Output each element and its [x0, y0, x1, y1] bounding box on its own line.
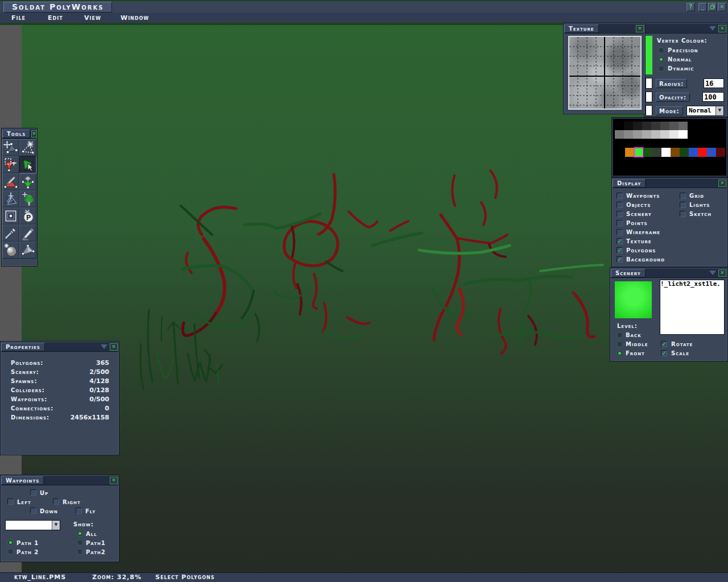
- grid-checkbox[interactable]: ✓: [680, 193, 686, 199]
- color-swatch[interactable]: [671, 148, 680, 157]
- move-tool[interactable]: [2, 139, 19, 156]
- precision-radio[interactable]: [658, 47, 664, 53]
- texture-tool[interactable]: [19, 242, 36, 259]
- vertex-color-tool[interactable]: [19, 173, 36, 190]
- dropdown-arrow-icon[interactable]: ▼: [52, 521, 60, 530]
- gray-swatch[interactable]: [669, 122, 679, 130]
- menu-window[interactable]: Window: [121, 14, 157, 22]
- scenery-list-item[interactable]: !_licht2_xst1le.: [660, 280, 724, 288]
- close-button[interactable]: ✕: [718, 3, 726, 11]
- gray-swatch[interactable]: [624, 130, 633, 139]
- texture-close-button[interactable]: ✕: [636, 25, 644, 32]
- light-tool[interactable]: [2, 242, 19, 259]
- gray-swatch[interactable]: [633, 122, 642, 130]
- restore-button[interactable]: [708, 3, 717, 11]
- rotate-checkbox[interactable]: ✓: [661, 341, 667, 347]
- vertex-select-tool[interactable]: [19, 139, 36, 156]
- gray-swatch[interactable]: [651, 130, 660, 139]
- sketch-checkbox[interactable]: ✓: [680, 211, 686, 217]
- menu-view[interactable]: View: [84, 14, 121, 22]
- up-checkbox[interactable]: ✓: [30, 489, 36, 496]
- depth-map-tool[interactable]: [2, 190, 19, 207]
- menu-file[interactable]: File: [11, 14, 48, 22]
- color-swatch[interactable]: [625, 148, 634, 157]
- color-swatch[interactable]: [689, 148, 698, 157]
- color-swatch[interactable]: [634, 148, 643, 157]
- left-checkbox[interactable]: ✓: [7, 498, 14, 505]
- objects-checkbox[interactable]: ✓: [617, 202, 623, 208]
- tools-close-button[interactable]: ✕: [31, 130, 37, 138]
- scenery-tool[interactable]: [19, 190, 36, 207]
- gray-swatch[interactable]: [660, 130, 669, 139]
- gray-swatch[interactable]: [615, 122, 624, 130]
- color-swatch[interactable]: [716, 148, 725, 157]
- gray-swatch[interactable]: [679, 130, 688, 139]
- texture-checkbox[interactable]: ✓: [617, 238, 623, 244]
- texture-preview[interactable]: [568, 36, 642, 110]
- polygon-select-tool[interactable]: [2, 156, 19, 173]
- gray-swatch[interactable]: [660, 122, 669, 130]
- right-checkbox[interactable]: ✓: [53, 498, 59, 505]
- color-swatch[interactable]: [643, 148, 652, 157]
- gray-swatch[interactable]: [679, 122, 688, 130]
- gray-swatch[interactable]: [642, 122, 651, 130]
- help-button[interactable]: ?: [686, 3, 695, 11]
- spawn-point-tool[interactable]: P: [19, 207, 36, 225]
- color-swatch[interactable]: [661, 148, 671, 157]
- points-checkbox[interactable]: ✓: [617, 220, 623, 226]
- color-swatch[interactable]: [680, 148, 689, 157]
- opacity-input[interactable]: [702, 92, 724, 102]
- down-checkbox[interactable]: ✓: [30, 508, 36, 514]
- level-back-radio[interactable]: [617, 332, 623, 338]
- polygons-checkbox[interactable]: ✓: [617, 247, 623, 253]
- scenery-checkbox[interactable]: ✓: [617, 211, 623, 217]
- show-path1-radio[interactable]: [77, 539, 83, 546]
- color-swatch[interactable]: [652, 148, 661, 157]
- gray-swatch[interactable]: [624, 122, 633, 130]
- gray-swatch[interactable]: [615, 130, 624, 139]
- minimize-button[interactable]: _: [698, 3, 707, 11]
- show-path2-radio[interactable]: [77, 548, 83, 555]
- fly-checkbox[interactable]: ✓: [76, 508, 82, 514]
- dropdown-arrow-icon[interactable]: ▼: [715, 106, 723, 115]
- scenery-list[interactable]: !_licht2_xst1le.: [660, 280, 725, 335]
- properties-close-button[interactable]: ✕: [110, 343, 118, 351]
- waypoints-close-button[interactable]: ✕: [110, 477, 118, 484]
- colliders-count-label: Colliders:: [11, 387, 45, 393]
- wireframe-checkbox[interactable]: ✓: [617, 229, 623, 235]
- properties-panel-header: Properties ✕: [1, 342, 118, 352]
- create-polygon-tool[interactable]: [2, 173, 19, 190]
- dynamic-radio[interactable]: [658, 65, 664, 72]
- scale-checkbox[interactable]: ✓: [661, 350, 667, 356]
- radius-input[interactable]: [704, 78, 724, 88]
- gray-swatch[interactable]: [633, 130, 642, 139]
- level-front-radio[interactable]: [617, 350, 623, 356]
- waypoints-checkbox[interactable]: ✓: [617, 193, 623, 199]
- collapse-icon[interactable]: [709, 26, 716, 31]
- collider-tool[interactable]: [2, 207, 19, 225]
- lights-checkbox[interactable]: ✓: [680, 202, 686, 208]
- vertex-select-tool-icon: [20, 140, 35, 155]
- collapse-icon[interactable]: [709, 271, 716, 275]
- normal-radio[interactable]: [658, 56, 664, 63]
- color-picker-tool[interactable]: [2, 225, 19, 242]
- waypoint-type-combobox[interactable]: ▼: [5, 520, 60, 530]
- scenery-close-button[interactable]: ✕: [718, 269, 726, 277]
- selection-tool[interactable]: [19, 156, 36, 173]
- show-all-radio[interactable]: [77, 530, 83, 537]
- display-close-button[interactable]: ✕: [718, 180, 726, 187]
- vertex-close-button[interactable]: ✕: [718, 25, 726, 32]
- gray-swatch[interactable]: [669, 130, 679, 139]
- color-swatch[interactable]: [698, 148, 707, 157]
- level-middle-radio[interactable]: [617, 341, 623, 347]
- mode-dropdown[interactable]: Normal ▼: [686, 106, 724, 116]
- gray-swatch[interactable]: [651, 122, 660, 130]
- collapse-icon[interactable]: [101, 344, 107, 349]
- menu-edit[interactable]: Edit: [48, 14, 84, 22]
- line-tool[interactable]: [19, 225, 36, 242]
- path1-radio[interactable]: [7, 539, 14, 546]
- background-checkbox[interactable]: ✓: [617, 256, 623, 263]
- color-swatch[interactable]: [707, 148, 716, 157]
- gray-swatch[interactable]: [642, 130, 651, 139]
- path2-radio[interactable]: [7, 548, 14, 555]
